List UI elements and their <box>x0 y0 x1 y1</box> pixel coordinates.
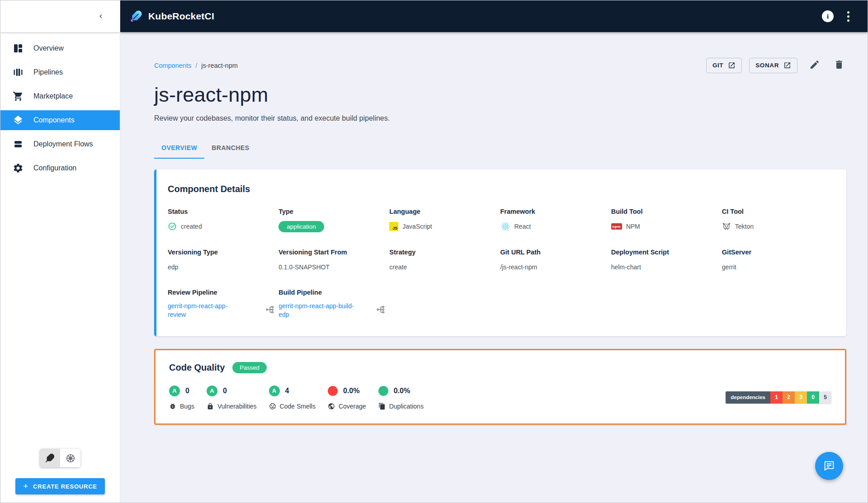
app-header: KubeRocketCI i <box>120 0 868 32</box>
build-pipeline-diagram-button[interactable] <box>376 305 385 315</box>
tab-overview[interactable]: OVERVIEW <box>154 138 204 159</box>
review-pipeline-diagram-button[interactable] <box>265 305 274 315</box>
git-button-label: GIT <box>712 62 723 69</box>
git-link-button[interactable]: GIT <box>706 58 742 73</box>
field-versioning-start: Versioning Start From 0.1.0-SNAPSHOT <box>278 249 389 273</box>
sidebar-item-deployment-flows[interactable]: Deployment Flows <box>0 134 120 154</box>
check-circle-icon <box>168 222 177 231</box>
kebab-menu-button[interactable] <box>847 11 849 22</box>
page-description: Review your codebases, monitor their sta… <box>154 114 846 122</box>
plus-icon: + <box>23 482 28 490</box>
sidebar-item-label: Configuration <box>33 164 76 172</box>
metric-code-smells: A 4 Code Smells <box>269 385 316 410</box>
versioning-type-value: edp <box>168 263 178 271</box>
lock-icon <box>207 403 214 410</box>
duplications-icon <box>378 403 386 410</box>
build-pipeline-link[interactable]: gerrit-npm-react-app-build-edp <box>278 302 356 319</box>
external-link-icon <box>783 61 791 69</box>
tabs: OVERVIEW BRANCHES <box>154 138 846 159</box>
sidebar-item-label: Overview <box>33 44 64 52</box>
field-versioning-type: Versioning Type edp <box>168 249 278 273</box>
review-pipeline-link[interactable]: gerrit-npm-react-app-review <box>168 302 245 319</box>
pipeline-graph-icon <box>265 305 274 314</box>
sidebar-item-label: Components <box>33 116 75 124</box>
deployment-flows-icon <box>13 139 24 150</box>
rating-badge: A <box>169 385 180 396</box>
field-status: Status created <box>168 208 278 232</box>
kuberocketci-view-toggle[interactable] <box>40 449 60 467</box>
pipeline-graph-icon <box>376 305 385 314</box>
javascript-icon: JS <box>389 222 398 231</box>
rating-badge: A <box>207 385 217 396</box>
tab-label: BRANCHES <box>212 144 249 151</box>
pipelines-icon <box>13 67 24 78</box>
build-tool-value: NPM <box>626 223 640 230</box>
create-resource-button[interactable]: + CREATE RESOURCE <box>15 478 105 494</box>
coverage-status-dot <box>328 386 338 396</box>
sidebar-item-overview[interactable]: Overview <box>0 38 120 58</box>
appbar-actions: i <box>822 10 849 22</box>
component-details-card: Component Details Status created Type ap… <box>154 169 846 336</box>
dependencies-badge[interactable]: dependencies 1 2 3 0 5 <box>726 391 831 404</box>
versioning-start-value: 0.1.0-SNAPSHOT <box>278 263 330 271</box>
metric-duplications: 0.0% Duplications <box>378 385 424 410</box>
coverage-globe-icon <box>328 403 335 410</box>
app-root: Overview Pipelines Marketplace Component… <box>0 0 868 503</box>
field-type: Type application <box>278 208 389 232</box>
app-title: KubeRocketCI <box>148 11 214 22</box>
strategy-value: create <box>389 263 407 271</box>
quality-gate-chip: Passed <box>232 362 266 373</box>
bug-icon <box>169 403 176 410</box>
chat-fab-button[interactable] <box>815 452 843 480</box>
dependencies-medium-count: 3 <box>795 391 807 404</box>
duplications-status-dot <box>378 386 388 396</box>
component-details-title: Component Details <box>168 184 833 194</box>
metric-vulnerabilities: A 0 Vulnerabilities <box>207 385 257 410</box>
app-logo-feather-icon <box>129 9 143 23</box>
sidebar-item-label: Marketplace <box>33 92 73 100</box>
breadcrumb: Components / js-react-npm <box>154 62 238 69</box>
sonar-button-label: SONAR <box>755 62 779 69</box>
info-button[interactable]: i <box>822 10 834 22</box>
field-build-tool: Build Tool npm NPM <box>611 208 722 232</box>
dependencies-info-count: 5 <box>819 391 831 404</box>
quality-metrics: A 0 Bugs A 0 <box>169 385 424 410</box>
page-title: js-react-npm <box>154 83 846 107</box>
sidebar-item-components[interactable]: Components <box>0 110 120 130</box>
page-actions: GIT SONAR <box>706 57 846 73</box>
sidebar-item-label: Pipelines <box>33 68 63 76</box>
kubernetes-view-toggle[interactable] <box>60 449 80 467</box>
code-smells-icon <box>269 403 276 410</box>
field-ci-tool: CI Tool Tekton <box>722 208 833 232</box>
kebab-menu-icon <box>847 11 849 22</box>
sidebar-item-configuration[interactable]: Configuration <box>0 158 120 178</box>
field-strategy: Strategy create <box>389 249 500 273</box>
git-server-value: gerrit <box>722 263 736 271</box>
tab-label: OVERVIEW <box>161 144 197 151</box>
code-quality-card: Code Quality Passed A 0 Bugs <box>154 349 846 425</box>
breadcrumb-components-link[interactable]: Components <box>154 62 191 69</box>
npm-icon: npm <box>611 223 622 230</box>
components-layers-icon <box>13 115 24 126</box>
metric-coverage: 0.0% Coverage <box>328 385 366 410</box>
delete-button[interactable] <box>832 57 846 73</box>
info-icon: i <box>822 10 834 22</box>
sidebar-item-pipelines[interactable]: Pipelines <box>0 62 120 82</box>
sonar-link-button[interactable]: SONAR <box>749 58 797 73</box>
sidebar-collapse-button[interactable] <box>94 9 108 24</box>
edit-button[interactable] <box>807 57 822 73</box>
view-toggle-group <box>40 449 80 467</box>
marketplace-cart-icon <box>13 91 24 102</box>
breadcrumb-current: js-react-npm <box>201 62 238 69</box>
sidebar-item-marketplace[interactable]: Marketplace <box>0 86 120 106</box>
dependencies-label: dependencies <box>726 391 770 404</box>
tab-branches[interactable]: BRANCHES <box>204 138 256 159</box>
feather-icon <box>45 453 55 463</box>
field-git-url-path: Git URL Path /js-react-npm <box>500 249 611 273</box>
ci-tool-value: Tekton <box>735 223 754 230</box>
brand: KubeRocketCI <box>129 9 214 23</box>
field-review-pipeline: Review Pipeline gerrit-npm-react-app-rev… <box>168 289 278 319</box>
sidebar-header <box>0 0 120 32</box>
dependencies-critical-count: 1 <box>770 391 783 404</box>
framework-value: React <box>514 223 531 230</box>
